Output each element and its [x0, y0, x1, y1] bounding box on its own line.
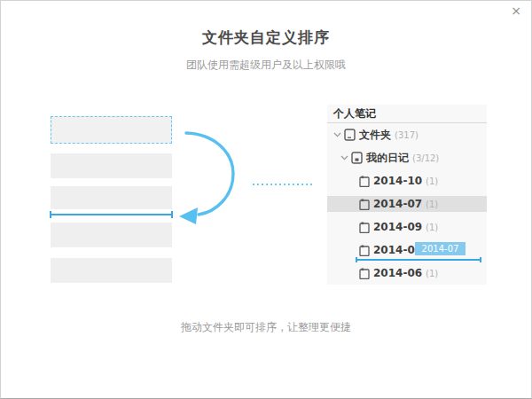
list-item-bar [51, 186, 172, 209]
month-page-icon [359, 268, 370, 279]
dialog-caption: 拖动文件夹即可排序，让整理更便捷 [1, 320, 531, 335]
folder-custom-sort-dialog: × 文件夹自定义排序 团队使用需超级用户及以上权限哦 个人笔记 文件夹 (317… [0, 0, 532, 399]
month-page-icon [359, 199, 370, 210]
tree-item-count: (1) [426, 269, 438, 278]
close-icon[interactable]: × [511, 3, 521, 19]
tree-item-folders[interactable]: 文件夹 (317) [327, 123, 487, 146]
tree-item-count: (1) [426, 176, 438, 186]
tree-item-count: (317) [395, 130, 419, 140]
chevron-down-icon[interactable] [333, 132, 341, 137]
tree-item-label: 文件夹 [359, 128, 391, 143]
tree-item-my-diary[interactable]: 我的日记 (3/12) [327, 146, 487, 169]
dialog-subtitle: 团队使用需超级用户及以上权限哦 [1, 58, 531, 73]
tree-item-count: (1) [426, 223, 438, 232]
tree-item-label: 2014-07 [373, 198, 422, 210]
month-page-icon [359, 222, 370, 233]
dialog-title: 文件夹自定义排序 [1, 27, 531, 48]
month-page-icon [359, 176, 370, 187]
tree-item-count: (1) [426, 200, 438, 209]
list-item-bar [51, 153, 172, 178]
tree-item-label: 2014-10 [373, 175, 422, 187]
chevron-down-icon[interactable] [340, 155, 348, 160]
tree-item-label: 2014-09 [373, 221, 422, 233]
personal-notes-panel: 个人笔记 文件夹 (317) 我的日记 (3/12) [327, 105, 487, 285]
list-item-bar [51, 223, 172, 247]
month-page-icon [359, 245, 370, 256]
drop-indicator-line [50, 214, 173, 215]
diary-notebook-icon [351, 152, 363, 164]
drag-source-placeholder [51, 116, 172, 144]
tree-item-2014-06[interactable]: 2014-06 (1) [327, 262, 487, 285]
panel-title: 个人笔记 [327, 105, 487, 123]
list-item-bar [51, 258, 172, 283]
dotted-connector-line [253, 184, 312, 185]
panel-drop-indicator-line [356, 259, 481, 261]
drag-ghost-badge: 2014-07 [415, 242, 466, 255]
tree-item-2014-07[interactable]: 2014-07 (1) [327, 192, 487, 215]
curved-drag-arrow-icon [174, 123, 248, 230]
tree-item-2014-10[interactable]: 2014-10 (1) [327, 169, 487, 192]
tree-item-2014-09[interactable]: 2014-09 (1) [327, 215, 487, 239]
tree-item-count: (3/12) [412, 153, 439, 163]
notebook-icon [344, 129, 356, 141]
tree-item-label: 我的日记 [366, 151, 409, 166]
tree-item-label: 2014-06 [373, 267, 422, 279]
